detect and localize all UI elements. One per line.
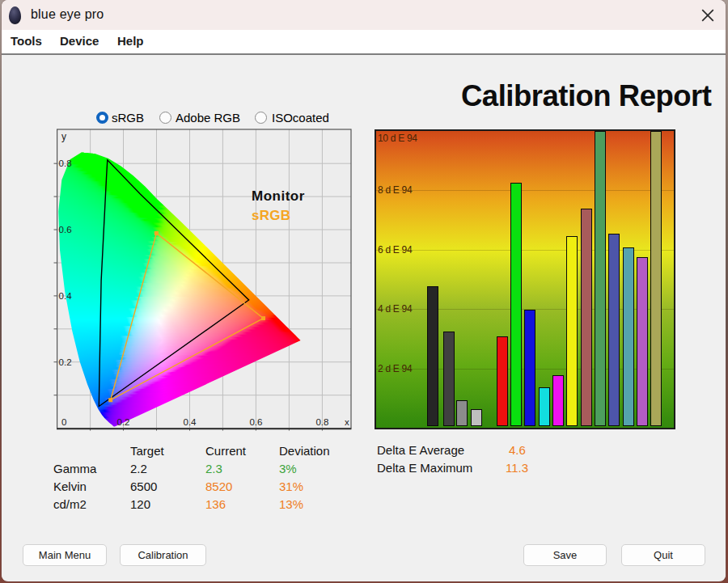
- svg-text:y: y: [61, 131, 66, 142]
- svg-text:Monitor: Monitor: [252, 188, 305, 204]
- svg-text:x: x: [345, 417, 349, 427]
- svg-text:sRGB: sRGB: [252, 208, 290, 223]
- svg-text:0.8: 0.8: [315, 417, 328, 427]
- svg-text:0.6: 0.6: [249, 417, 262, 427]
- svg-text:0.4: 0.4: [59, 291, 73, 301]
- svg-text:0.8: 0.8: [59, 158, 72, 168]
- svg-text:0.2: 0.2: [117, 417, 130, 427]
- svg-text:0.4: 0.4: [184, 417, 197, 427]
- svg-text:0: 0: [61, 417, 66, 427]
- svg-text:0.2: 0.2: [59, 357, 72, 367]
- svg-text:0.6: 0.6: [59, 225, 72, 234]
